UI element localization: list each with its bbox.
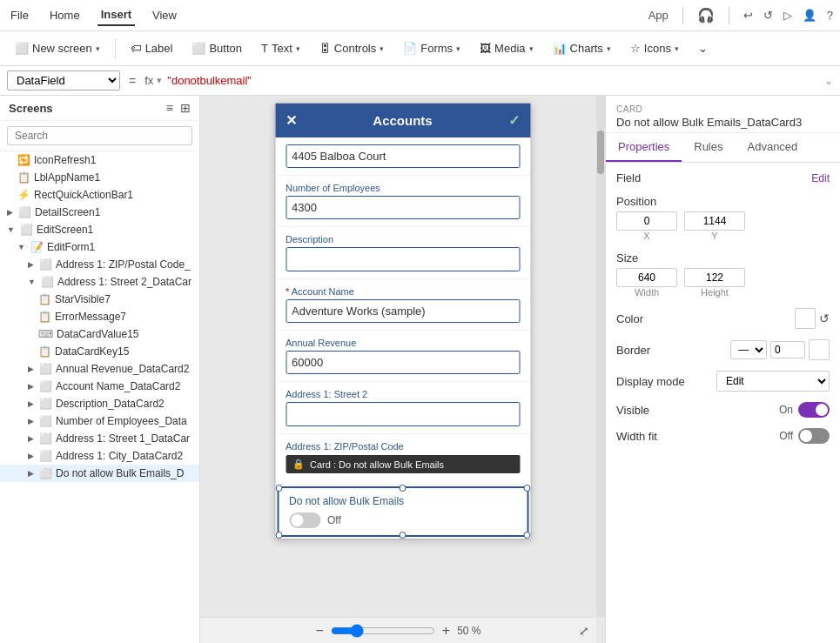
description-input[interactable] (286, 247, 520, 271)
resize-handle-tr[interactable] (523, 485, 530, 492)
formula-fx-btn[interactable]: fx ▾ (144, 74, 162, 87)
label-button[interactable]: 🏷 Label (123, 37, 181, 59)
tree-icon: ⬜ (39, 258, 52, 271)
close-icon[interactable]: ✕ (286, 112, 297, 129)
menu-view[interactable]: View (149, 5, 180, 25)
visible-toggle[interactable] (798, 402, 830, 418)
tree-item-annualrevenue[interactable]: ▶ ⬜ Annual Revenue_DataCard2 (0, 360, 199, 378)
tree-item-donotbulk[interactable]: ▶ ⬜ Do not allow Bulk Emails_D (0, 465, 199, 482)
phone-title: Accounts (373, 113, 432, 128)
more-button[interactable]: ⌄ (690, 37, 716, 59)
border-width-input[interactable] (770, 341, 805, 358)
search-input[interactable] (7, 126, 192, 145)
resize-handle-tl[interactable] (275, 485, 282, 492)
redo-icon[interactable]: ↺ (763, 9, 773, 22)
tree-item-editscreen1[interactable]: ▼ ⬜ EditScreen1 (0, 221, 199, 238)
address-input[interactable] (286, 144, 520, 168)
resize-handle-bm[interactable] (400, 532, 407, 539)
tree-icon: ⬜ (39, 380, 52, 392)
pos-x-input[interactable] (616, 211, 677, 231)
tree-item-starvisible7[interactable]: 📋 StarVisible7 (0, 291, 199, 308)
forms-button[interactable]: 📄 Forms ▾ (395, 37, 468, 59)
tree-item-detailscreen1[interactable]: ▶ ⬜ DetailScreen1 (0, 204, 199, 221)
play-icon[interactable]: ▷ (783, 9, 792, 22)
menu-file[interactable]: File (7, 5, 32, 25)
color-controls: ↺ (795, 308, 830, 329)
field-edit-link[interactable]: Edit (811, 172, 830, 184)
pos-y-input[interactable] (684, 211, 745, 231)
formula-input[interactable] (167, 74, 819, 87)
canvas-scrollbar[interactable] (596, 96, 605, 617)
fx-label: fx (144, 74, 153, 87)
account-icon[interactable]: 👤 (803, 9, 816, 22)
zoom-slider[interactable] (331, 624, 435, 638)
color-picker[interactable] (795, 308, 816, 329)
annualrevenue-input[interactable] (286, 351, 520, 374)
tree-item-datacardvalue15[interactable]: ⌨ DataCardValue15 (0, 325, 199, 343)
tree-item-street2[interactable]: ▼ ⬜ Address 1: Street 2_DataCar (0, 273, 199, 291)
resize-handle-bl[interactable] (275, 532, 282, 539)
zoom-in-button[interactable]: + (442, 623, 450, 639)
tab-properties[interactable]: Properties (606, 133, 682, 162)
border-color-picker[interactable] (809, 339, 830, 360)
scrollbar-thumb[interactable] (597, 131, 604, 174)
list-view-icon[interactable]: ≡ (166, 101, 173, 115)
toggle-switch[interactable] (289, 512, 320, 528)
new-screen-button[interactable]: ⬜ New screen ▾ (7, 37, 108, 59)
border-label: Border (616, 344, 650, 357)
tree-item-street1[interactable]: ▶ ⬜ Address 1: Street 1_DataCar (0, 430, 199, 447)
tab-advanced[interactable]: Advanced (736, 133, 810, 162)
controls-button[interactable]: 🎛 Controls ▾ (312, 37, 392, 59)
toggle-card[interactable]: Do not allow Bulk Emails Off (277, 486, 528, 537)
menu-home[interactable]: Home (46, 5, 84, 25)
tree-chevron: ▶ (28, 260, 34, 269)
undo-icon[interactable]: ↩ (743, 9, 753, 22)
numemployees-input[interactable] (286, 196, 520, 219)
formula-expand-icon[interactable]: ⌄ (824, 75, 833, 87)
expand-icon[interactable]: ⤢ (579, 624, 589, 638)
tree-item-description[interactable]: ▶ ⬜ Description_DataCard2 (0, 395, 199, 412)
tree-item-lblappname1[interactable]: 📋 LblAppName1 (0, 169, 199, 186)
field-prop-label: Field (616, 171, 641, 184)
tree-icon: ⬜ (39, 432, 52, 445)
grid-view-icon[interactable]: ⊞ (180, 101, 191, 115)
resize-handle-br[interactable] (523, 532, 530, 539)
tree-item-rectquickactionbar1[interactable]: ⚡ RectQuickActionBar1 (0, 186, 199, 204)
prop-row-visible: Visible On (616, 402, 830, 418)
pos-x-group: X (616, 211, 677, 241)
tree-item-iconrefresh1[interactable]: 🔁 IconRefresh1 (0, 151, 199, 169)
displaymode-select[interactable]: Edit View Disabled (716, 371, 830, 392)
accountname-input[interactable] (286, 299, 520, 323)
charts-button[interactable]: 📊 Charts ▾ (545, 37, 619, 59)
border-style-select[interactable]: — (730, 340, 767, 359)
card-header: CARD Do not allow Bulk Emails_DataCard3 (606, 96, 840, 133)
zoom-out-button[interactable]: − (315, 623, 323, 639)
tree-item-numemployees[interactable]: ▶ ⬜ Number of Employees_Data (0, 412, 199, 430)
formula-field-select[interactable]: DataField (7, 70, 120, 90)
tree-item-zip[interactable]: ▶ ⬜ Address 1: ZIP/Postal Code_ (0, 256, 199, 273)
tab-rules[interactable]: Rules (682, 133, 735, 162)
color-refresh-icon[interactable]: ↺ (819, 311, 830, 325)
resize-handle-tm[interactable] (400, 485, 407, 492)
tree-item-editform1[interactable]: ▼ 📝 EditForm1 (0, 238, 199, 256)
icons-button[interactable]: ☆ Icons ▾ (622, 37, 687, 59)
menu-insert[interactable]: Insert (97, 4, 135, 26)
check-icon[interactable]: ✓ (508, 112, 520, 129)
button-button[interactable]: ⬜ Button (184, 37, 250, 59)
tooltip-banner: 🔒 Card : Do not allow Bulk Emails (286, 455, 520, 473)
left-panel: Screens ≡ ⊞ 🔁 IconRefresh1 📋 LblAppName1… (0, 96, 200, 643)
label-icon: 🏷 (131, 42, 142, 55)
height-input[interactable] (684, 268, 745, 287)
tree-item-errormessage7[interactable]: 📋 ErrorMessage7 (0, 308, 199, 325)
tree-item-city[interactable]: ▶ ⬜ Address 1: City_DataCard2 (0, 447, 199, 465)
tree-item-datacardkey15[interactable]: 📋 DataCardKey15 (0, 343, 199, 360)
media-button[interactable]: 🖼 Media ▾ (472, 37, 541, 59)
widthfit-toggle[interactable] (798, 428, 830, 444)
headset-icon[interactable]: 🎧 (697, 7, 715, 23)
text-button[interactable]: T Text ▾ (253, 37, 308, 59)
street2-input[interactable] (286, 402, 520, 426)
forms-chevron: ▾ (456, 44, 460, 53)
width-input[interactable] (616, 268, 677, 287)
tree-item-accountname[interactable]: ▶ ⬜ Account Name_DataCard2 (0, 378, 199, 395)
help-icon[interactable]: ? (827, 9, 833, 22)
